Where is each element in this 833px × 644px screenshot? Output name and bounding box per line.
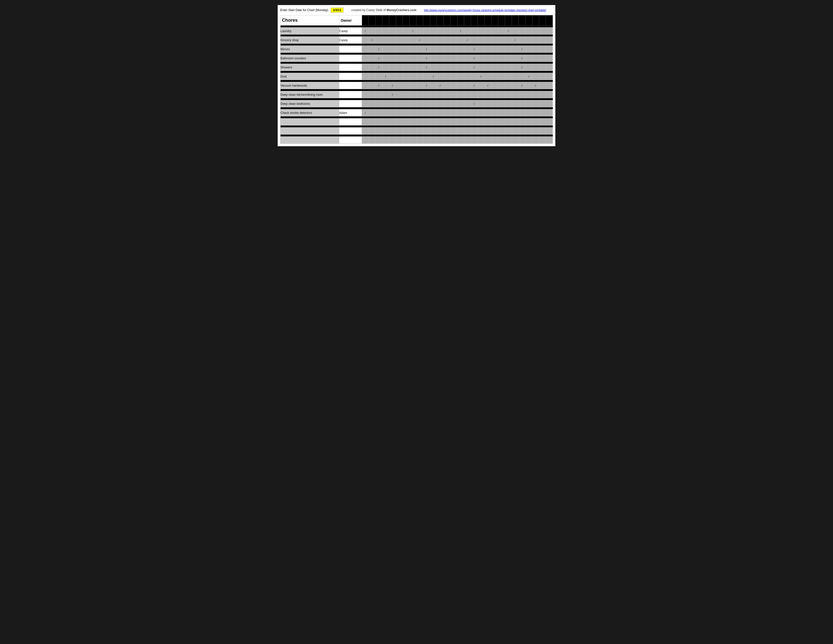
day-cell-11-13[interactable] [450,127,457,135]
day-cell-3-4[interactable] [389,55,396,62]
day-cell-11-19[interactable] [491,127,498,135]
day-cell-9-18[interactable] [484,109,491,116]
day-cell-8-13[interactable] [450,100,457,107]
day-cell-3-19[interactable] [491,55,498,62]
day-cell-8-10[interactable] [430,100,437,107]
day-cell-5-0[interactable] [362,73,368,80]
day-cell-10-10[interactable] [430,118,437,126]
day-cell-8-6[interactable] [403,100,409,107]
day-cell-11-9[interactable] [423,127,430,135]
day-cell-11-5[interactable] [396,127,403,135]
day-cell-5-25[interactable] [532,73,539,80]
day-cell-5-23[interactable] [518,73,525,80]
day-cell-3-25[interactable] [532,55,539,62]
day-cell-5-3[interactable]: / [382,73,389,80]
day-cell-7-15[interactable] [464,91,471,98]
day-cell-10-16[interactable] [471,118,478,126]
day-cell-8-3[interactable] [382,100,389,107]
day-cell-10-5[interactable] [396,118,403,126]
day-cell-12-24[interactable] [525,137,532,144]
day-cell-8-14[interactable] [457,100,464,107]
day-cell-12-9[interactable] [423,137,430,144]
day-cell-5-2[interactable] [375,73,382,80]
day-cell-2-19[interactable] [491,46,498,53]
day-cell-8-1[interactable] [368,100,375,107]
day-cell-4-3[interactable] [382,64,389,71]
day-cell-3-22[interactable] [512,55,518,62]
day-cell-5-6[interactable] [403,73,409,80]
day-cell-8-0[interactable] [362,100,368,107]
day-cell-4-17[interactable] [478,64,484,71]
day-cell-3-24[interactable] [525,55,532,62]
day-cell-2-9[interactable]: / [423,46,430,53]
day-cell-0-12[interactable] [444,27,450,35]
day-cell-4-26[interactable] [539,64,546,71]
day-cell-9-25[interactable] [532,109,539,116]
day-cell-1-11[interactable] [437,37,444,44]
day-cell-4-27[interactable] [546,64,553,71]
day-cell-11-10[interactable] [430,127,437,135]
day-cell-11-21[interactable] [505,127,512,135]
day-cell-5-19[interactable] [491,73,498,80]
day-cell-9-27[interactable] [546,109,553,116]
day-cell-12-2[interactable] [375,137,382,144]
day-cell-6-13[interactable] [450,82,457,89]
day-cell-6-6[interactable] [403,82,409,89]
day-cell-9-2[interactable] [375,109,382,116]
day-cell-2-6[interactable] [403,46,409,53]
day-cell-2-5[interactable] [396,46,403,53]
day-cell-1-20[interactable] [498,37,505,44]
day-cell-6-11[interactable]: / [437,82,444,89]
day-cell-10-15[interactable] [464,118,471,126]
day-cell-0-18[interactable] [484,27,491,35]
day-cell-11-22[interactable] [512,127,518,135]
day-cell-3-17[interactable] [478,55,484,62]
day-cell-6-23[interactable]: / [518,82,525,89]
day-cell-10-11[interactable] [437,118,444,126]
day-cell-1-12[interactable] [444,37,450,44]
day-cell-4-21[interactable] [505,64,512,71]
day-cell-9-16[interactable] [471,109,478,116]
day-cell-7-12[interactable] [444,91,450,98]
day-cell-1-23[interactable] [518,37,525,44]
day-cell-12-27[interactable] [546,137,553,144]
day-cell-0-0[interactable]: / [362,27,368,35]
day-cell-3-8[interactable] [416,55,423,62]
day-cell-11-17[interactable] [478,127,484,135]
day-cell-11-12[interactable] [444,127,450,135]
day-cell-9-14[interactable] [457,109,464,116]
day-cell-8-9[interactable] [423,100,430,107]
day-cell-5-4[interactable] [389,73,396,80]
day-cell-10-20[interactable] [498,118,505,126]
day-cell-3-18[interactable] [484,55,491,62]
day-cell-8-21[interactable] [505,100,512,107]
day-cell-1-0[interactable] [362,37,368,44]
day-cell-4-11[interactable] [437,64,444,71]
day-cell-8-4[interactable] [389,100,396,107]
day-cell-9-8[interactable] [416,109,423,116]
day-cell-6-2[interactable]: / [375,82,382,89]
day-cell-3-21[interactable] [505,55,512,62]
day-cell-1-22[interactable]: / [512,37,518,44]
day-cell-0-17[interactable] [478,27,484,35]
day-cell-0-20[interactable] [498,27,505,35]
day-cell-5-21[interactable] [505,73,512,80]
day-cell-3-26[interactable] [539,55,546,62]
day-cell-10-25[interactable] [532,118,539,126]
day-cell-1-1[interactable]: / [368,37,375,44]
day-cell-12-13[interactable] [450,137,457,144]
day-cell-5-1[interactable] [368,73,375,80]
day-cell-2-25[interactable] [532,46,539,53]
day-cell-11-24[interactable] [525,127,532,135]
day-cell-2-2[interactable]: / [375,46,382,53]
day-cell-7-26[interactable] [539,91,546,98]
day-cell-2-3[interactable] [382,46,389,53]
day-cell-4-20[interactable] [498,64,505,71]
day-cell-7-25[interactable] [532,91,539,98]
day-cell-0-1[interactable] [368,27,375,35]
day-cell-7-21[interactable] [505,91,512,98]
day-cell-10-13[interactable] [450,118,457,126]
day-cell-9-22[interactable] [512,109,518,116]
day-cell-9-20[interactable] [498,109,505,116]
day-cell-0-22[interactable] [512,27,518,35]
